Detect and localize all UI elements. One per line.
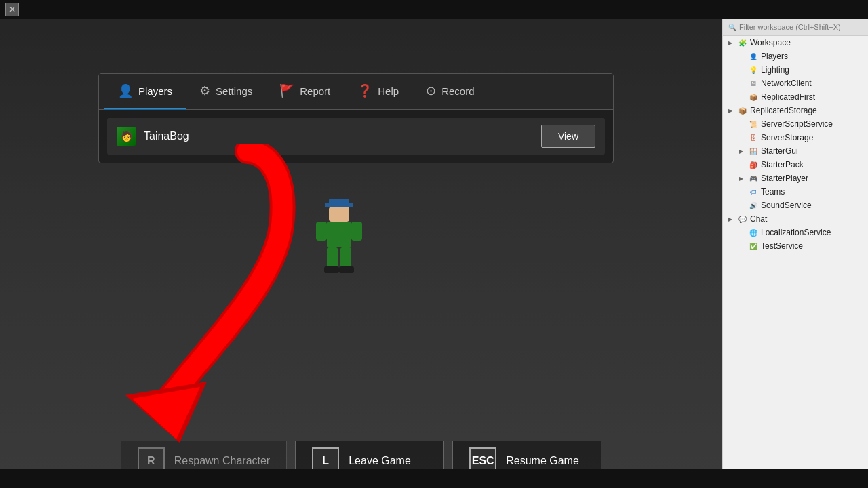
- settings-label: Settings: [216, 85, 252, 97]
- serverstorage-label: ServerStorage: [761, 133, 813, 142]
- record-label: Record: [441, 85, 474, 97]
- explorer-item-teams[interactable]: 🏷Teams: [723, 185, 868, 199]
- svg-rect-11: [339, 266, 354, 273]
- replicatedstorage-label: ReplicatedStorage: [750, 106, 817, 115]
- svg-rect-6: [316, 222, 327, 241]
- testservice-label: TestService: [761, 241, 803, 251]
- svg-rect-9: [340, 247, 351, 268]
- tab-settings[interactable]: ⚙Settings: [186, 74, 266, 109]
- record-icon: ⊙: [426, 83, 436, 98]
- players-label: Players: [138, 85, 172, 97]
- help-label: Help: [378, 85, 399, 97]
- teams-icon: 🏷: [749, 187, 758, 197]
- explorer-item-serverscriptservice[interactable]: 📜ServerScriptService: [723, 117, 868, 131]
- player-row: 🧑 TainaBog View: [107, 118, 605, 155]
- explorer-item-soundservice[interactable]: 🔊SoundService: [723, 199, 868, 212]
- svg-rect-2: [329, 199, 349, 204]
- startergui-arrow: ▶: [739, 148, 746, 155]
- workspace-arrow: ▶: [728, 40, 735, 46]
- explorer-item-chat[interactable]: ▶💬Chat: [723, 212, 868, 226]
- startergui-icon: 🪟: [749, 146, 758, 156]
- game-area: 👤Players⚙Settings🚩Report❓Help⊙Record 🧑 T…: [0, 19, 722, 488]
- svg-rect-5: [327, 222, 351, 247]
- explorer-item-replicatedfirst[interactable]: 📦ReplicatedFirst: [723, 90, 868, 104]
- explorer-item-lighting[interactable]: 💡Lighting: [723, 63, 868, 77]
- view-button[interactable]: View: [541, 125, 595, 148]
- top-bar: ✕: [0, 0, 868, 19]
- startergui-label: StarterGui: [761, 146, 798, 156]
- networkclient-icon: 🖥: [749, 79, 758, 88]
- starterplayer-arrow: ▶: [739, 176, 746, 182]
- replicatedstorage-icon: 📦: [738, 106, 747, 115]
- replicatedstorage-arrow: ▶: [728, 108, 735, 114]
- leave-label: Leave Game: [349, 455, 411, 467]
- panel-content: 🧑 TainaBog View: [99, 110, 613, 163]
- svg-rect-8: [327, 247, 338, 268]
- svg-rect-7: [351, 222, 362, 241]
- workspace-icon: 🧩: [738, 38, 747, 47]
- replicatedfirst-icon: 📦: [749, 92, 758, 102]
- starterplayer-icon: 🎮: [749, 174, 758, 183]
- explorer-item-starterplayer[interactable]: ▶🎮StarterPlayer: [723, 171, 868, 185]
- starterpack-label: StarterPack: [761, 160, 804, 169]
- chat-label: Chat: [750, 214, 767, 224]
- explorer-filter: 🔍: [723, 19, 868, 36]
- explorer-item-players[interactable]: 👤Players: [723, 49, 868, 63]
- serverstorage-icon: 🗄: [749, 133, 758, 142]
- close-button[interactable]: ✕: [5, 3, 19, 16]
- serverscriptservice-icon: 📜: [749, 119, 758, 129]
- replicatedfirst-label: ReplicatedFirst: [761, 92, 815, 102]
- starterpack-icon: 🎒: [749, 160, 758, 169]
- explorer-item-serverstorage[interactable]: 🗄ServerStorage: [723, 131, 868, 144]
- explorer-items-list: ▶🧩Workspace👤Players💡Lighting🖥NetworkClie…: [723, 36, 868, 253]
- tab-help[interactable]: ❓Help: [344, 74, 412, 109]
- soundservice-icon: 🔊: [749, 201, 758, 210]
- svg-rect-10: [324, 266, 339, 273]
- starterplayer-label: StarterPlayer: [761, 174, 808, 183]
- localizationservice-label: LocalizationService: [761, 228, 831, 237]
- players-icon: 👤: [118, 83, 133, 98]
- tab-report[interactable]: 🚩Report: [266, 74, 344, 109]
- explorer-item-workspace[interactable]: ▶🧩Workspace: [723, 36, 868, 49]
- game-character: [312, 195, 366, 286]
- filter-input[interactable]: [739, 23, 863, 31]
- tab-players[interactable]: 👤Players: [104, 74, 186, 109]
- explorer-item-startergui[interactable]: ▶🪟StarterGui: [723, 144, 868, 158]
- explorer-item-localizationservice[interactable]: 🌐LocalizationService: [723, 226, 868, 239]
- players-icon: 👤: [749, 52, 758, 61]
- lighting-icon: 💡: [749, 65, 758, 75]
- report-icon: 🚩: [279, 83, 294, 98]
- localizationservice-icon: 🌐: [749, 228, 758, 237]
- players-panel: 👤Players⚙Settings🚩Report❓Help⊙Record 🧑 T…: [98, 73, 614, 163]
- explorer-item-replicatedstorage[interactable]: ▶📦ReplicatedStorage: [723, 104, 868, 117]
- serverscriptservice-label: ServerScriptService: [761, 119, 833, 129]
- soundservice-label: SoundService: [761, 201, 812, 210]
- avatar: 🧑: [117, 127, 136, 146]
- player-name: TainaBog: [144, 130, 189, 142]
- settings-icon: ⚙: [199, 83, 210, 98]
- teams-label: Teams: [761, 187, 785, 197]
- respawn-label: Respawn Character: [174, 455, 270, 467]
- report-label: Report: [300, 85, 330, 97]
- filter-icon: 🔍: [728, 24, 736, 31]
- lighting-label: Lighting: [761, 65, 789, 75]
- resume-label: Resume Game: [506, 455, 579, 467]
- bottom-black-bar: [0, 469, 868, 488]
- explorer-panel: 🔍 ▶🧩Workspace👤Players💡Lighting🖥NetworkCl…: [722, 19, 868, 488]
- explorer-item-testservice[interactable]: ✅TestService: [723, 239, 868, 253]
- explorer-item-starterpack[interactable]: 🎒StarterPack: [723, 158, 868, 171]
- testservice-icon: ✅: [749, 241, 758, 251]
- panel-tabs: 👤Players⚙Settings🚩Report❓Help⊙Record: [99, 74, 613, 110]
- explorer-item-networkclient[interactable]: 🖥NetworkClient: [723, 77, 868, 90]
- svg-rect-3: [326, 203, 353, 207]
- tab-record[interactable]: ⊙Record: [412, 74, 488, 109]
- chat-icon: 💬: [738, 214, 747, 224]
- help-icon: ❓: [357, 83, 372, 98]
- chat-arrow: ▶: [728, 216, 735, 222]
- player-info: 🧑 TainaBog: [117, 127, 189, 146]
- workspace-label: Workspace: [750, 38, 791, 47]
- players-label: Players: [761, 52, 788, 61]
- networkclient-label: NetworkClient: [761, 79, 812, 88]
- svg-rect-4: [329, 207, 349, 222]
